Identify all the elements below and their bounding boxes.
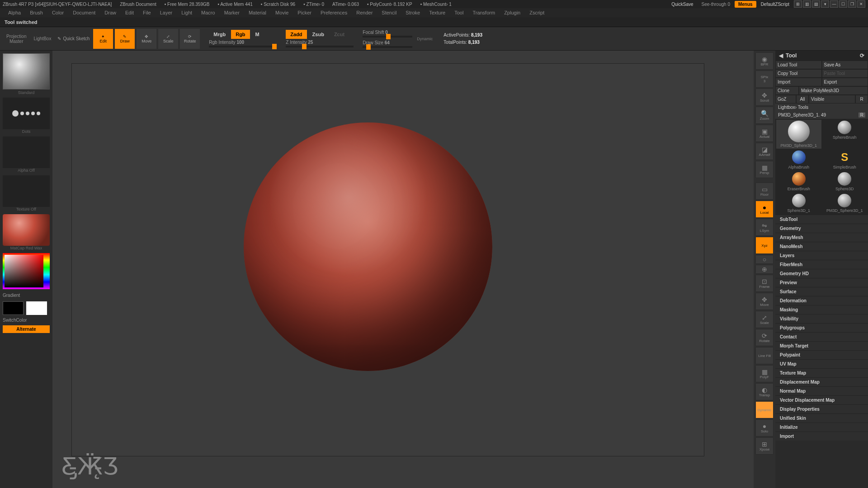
menu-light[interactable]: Light xyxy=(177,9,197,16)
alpha-selector[interactable] xyxy=(3,136,50,168)
dynamic-button[interactable]: Dynamic xyxy=(755,401,774,418)
section-initialize[interactable]: Initialize xyxy=(775,422,868,432)
section-displacementmap[interactable]: Displacement Map xyxy=(775,377,868,386)
menus-button[interactable]: Menus xyxy=(735,1,756,8)
section-unifiedskin[interactable]: Unified Skin xyxy=(775,413,868,422)
fit-button[interactable]: ⊕ xyxy=(755,265,774,274)
menu-transform[interactable]: Transform xyxy=(468,9,500,16)
section-visibility[interactable]: Visibility xyxy=(775,314,868,323)
tool-thumb[interactable]: SSimpleBrush xyxy=(822,150,868,170)
menu-draw[interactable]: Draw xyxy=(100,9,121,16)
rotate-mode-button[interactable]: ⟳Rotate xyxy=(180,29,200,49)
sphere-mesh[interactable] xyxy=(244,122,492,371)
menu-zplugin[interactable]: Zplugin xyxy=(500,9,525,16)
lsym-button[interactable]: ⇋LSym xyxy=(755,219,774,236)
section-masking[interactable]: Masking xyxy=(775,305,868,314)
section-contact[interactable]: Contact xyxy=(775,332,868,341)
tool-thumb[interactable]: PM3D_Sphere3D_1 xyxy=(776,120,821,149)
center-button[interactable]: ○ xyxy=(755,255,774,264)
restore-icon[interactable]: ❐ xyxy=(848,0,856,8)
import-button[interactable]: Import xyxy=(775,78,822,86)
copy-tool-button[interactable]: Copy Tool xyxy=(775,69,822,78)
export-button[interactable]: Export xyxy=(822,78,868,86)
canvas[interactable] xyxy=(71,63,704,456)
draw-mode-button[interactable]: ✎Draw xyxy=(115,29,135,49)
z-intensity-slider[interactable]: Z Intensity 25 xyxy=(286,40,354,47)
menu-document[interactable]: Document xyxy=(68,9,100,16)
primary-color-swatch[interactable] xyxy=(26,301,47,315)
stroke-selector[interactable] xyxy=(3,98,50,129)
frame-button[interactable]: ⊡Frame xyxy=(755,275,774,292)
section-preview[interactable]: Preview xyxy=(775,278,868,287)
color-picker[interactable] xyxy=(3,253,50,289)
section-geometry[interactable]: Geometry xyxy=(775,224,868,233)
panel-refresh-icon[interactable]: ⟳ xyxy=(860,52,864,59)
panel-back-icon[interactable]: ◀ xyxy=(779,52,783,59)
section-arraymesh[interactable]: ArrayMesh xyxy=(775,233,868,242)
persp-button[interactable]: ▦Persp xyxy=(755,161,774,178)
alternate-button[interactable]: Alternate xyxy=(3,325,50,333)
make-polymesh3d-button[interactable]: Make PolyMesh3D xyxy=(799,86,868,95)
columns-icon[interactable]: ▥ xyxy=(803,0,811,8)
tool-thumb[interactable]: AlphaBrush xyxy=(776,150,821,170)
move-mode-button[interactable]: ✥Move xyxy=(137,29,156,49)
focal-shift-slider[interactable]: Focal Shift 0 xyxy=(363,30,412,38)
xpose-button[interactable]: ⊞Xpose xyxy=(755,437,774,455)
lightbox-tools-header[interactable]: Lightbox› Tools xyxy=(775,103,868,111)
zsub-toggle[interactable]: Zsub xyxy=(308,30,329,39)
tool-thumb[interactable]: SphereBrush xyxy=(822,120,868,149)
maximize-icon[interactable]: ☐ xyxy=(839,0,847,8)
zoom-button[interactable]: 🔍Zoom xyxy=(755,107,774,124)
menu-file[interactable]: File xyxy=(138,9,156,16)
nav-scale-button[interactable]: ⤢Scale xyxy=(755,311,774,328)
spix-slider[interactable]: SPix3 xyxy=(755,70,774,88)
quicksave-button[interactable]: QuickSave xyxy=(668,1,697,7)
paste-tool-button[interactable]: Paste Tool xyxy=(822,69,868,78)
menu-stencil[interactable]: Stencil xyxy=(377,9,401,16)
m-toggle[interactable]: M xyxy=(251,30,264,39)
menu-tool[interactable]: Tool xyxy=(450,9,468,16)
section-surface[interactable]: Surface xyxy=(775,287,868,296)
nav-move-button[interactable]: ✥Move xyxy=(755,293,774,310)
menu-color[interactable]: Color xyxy=(47,9,68,16)
xyz-button[interactable]: Xyz xyxy=(755,237,774,254)
polyf-button[interactable]: ▦PolyF xyxy=(755,365,774,382)
quick-sketch-button[interactable]: ✎ Quick Sketch xyxy=(56,36,91,41)
local-button[interactable]: ●Local xyxy=(755,201,774,218)
menu-zscript[interactable]: Zscript xyxy=(525,9,549,16)
floor-button[interactable]: ▭Floor xyxy=(755,183,774,200)
tool-thumb[interactable]: Sphere3D xyxy=(822,171,868,192)
menu-alpha[interactable]: Alpha xyxy=(4,9,25,16)
tool-r-button[interactable]: R xyxy=(859,113,865,117)
section-nanomesh[interactable]: NanoMesh xyxy=(775,242,868,251)
goz-r-button[interactable]: R xyxy=(855,95,868,103)
scroll-button[interactable]: ✥Scroll xyxy=(755,89,774,106)
switch-color-button[interactable]: SwitchColor xyxy=(3,318,50,323)
menu-edit[interactable]: Edit xyxy=(121,9,138,16)
goz-visible-button[interactable]: Visible xyxy=(809,95,855,103)
draw-size-slider[interactable]: Draw Size 64 xyxy=(363,40,412,48)
section-subtool[interactable]: SubTool xyxy=(775,215,868,224)
load-tool-button[interactable]: Load Tool xyxy=(775,61,822,69)
actual-button[interactable]: ▣Actual xyxy=(755,125,774,142)
brush-selector[interactable] xyxy=(3,53,50,89)
section-morphtarget[interactable]: Morph Target xyxy=(775,341,868,350)
section-uvmap[interactable]: UV Map xyxy=(775,359,868,368)
menu-macro[interactable]: Macro xyxy=(197,9,220,16)
seethrough-slider[interactable]: See-through 0 xyxy=(698,1,734,7)
goz-button[interactable]: GoZ xyxy=(775,95,796,103)
edit-mode-button[interactable]: ✦Edit xyxy=(93,29,113,49)
menu-material[interactable]: Material xyxy=(244,9,271,16)
texture-selector[interactable] xyxy=(3,175,50,207)
rows-icon[interactable]: ▤ xyxy=(812,0,820,8)
section-normalmap[interactable]: Normal Map xyxy=(775,386,868,395)
menu-picker[interactable]: Picker xyxy=(293,9,316,16)
zadd-toggle[interactable]: Zadd xyxy=(286,30,307,39)
projection-master-button[interactable]: ProjectionMaster xyxy=(4,29,29,49)
menu-stroke[interactable]: Stroke xyxy=(401,9,425,16)
transp-button[interactable]: ◐Transp xyxy=(755,383,774,400)
section-displayproperties[interactable]: Display Properties xyxy=(775,404,868,413)
grid-icon[interactable]: ⊞ xyxy=(794,0,802,8)
scale-mode-button[interactable]: ⤢Scale xyxy=(158,29,178,49)
zcut-toggle[interactable]: Zcut xyxy=(330,30,349,39)
